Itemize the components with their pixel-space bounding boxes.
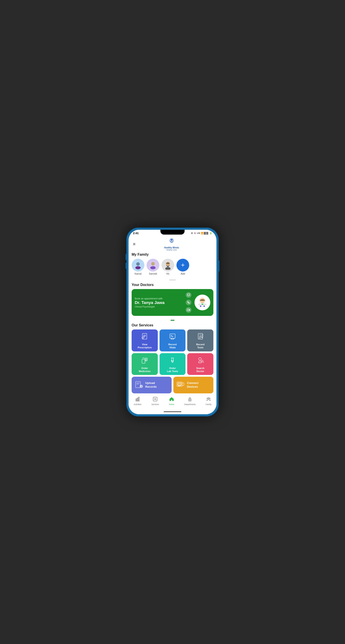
svg-point-63 <box>190 400 190 400</box>
chat-button[interactable] <box>186 292 191 298</box>
svg-point-40 <box>172 361 173 362</box>
devices-label: ConnectDevices <box>187 381 198 389</box>
logo-text-line1: Healthy Minds <box>164 246 179 249</box>
call-button[interactable] <box>186 300 191 305</box>
upload-svg <box>134 380 143 388</box>
service-record-vitals[interactable]: RecordVitals <box>160 330 186 352</box>
home-label: Home <box>169 403 174 406</box>
family-icon <box>206 397 211 402</box>
service-upload-records[interactable]: UploadRecords <box>132 377 172 394</box>
nav-family[interactable]: Family <box>206 397 212 406</box>
home-indicator <box>164 412 181 412</box>
prescription-label: ViewPrescription <box>138 343 152 349</box>
devices-svg <box>176 380 185 388</box>
card-indicator <box>132 318 213 322</box>
nav-services[interactable]: Services <box>151 397 159 406</box>
family-member-kk[interactable]: Kk <box>162 259 174 275</box>
svg-point-12 <box>167 266 169 267</box>
doctor-name: Dr. Tanya Jawa <box>135 300 183 305</box>
svg-rect-58 <box>138 397 139 401</box>
nav-departments[interactable]: Departments <box>184 397 196 406</box>
battery-icon: 🔋 <box>209 232 212 234</box>
doctor-card[interactable]: Book an appointment with Dr. Tanya Jawa … <box>132 289 213 316</box>
svg-rect-10 <box>166 265 167 266</box>
departments-icon <box>187 397 192 402</box>
svg-point-19 <box>203 306 205 307</box>
family-member-sannidi[interactable]: Sannidi <box>147 259 159 275</box>
service-order-lab-tests[interactable]: OrderLab Tests <box>160 353 186 375</box>
family-members-row: Kamal Sannidi <box>132 259 213 276</box>
vitals-label: RecordVitals <box>168 343 177 349</box>
family-nav-label: Family <box>206 403 212 406</box>
doctor-book-text: Book an appointment with <box>135 297 183 300</box>
service-order-medicines[interactable]: OrderMedicines <box>132 353 158 375</box>
svg-line-45 <box>203 362 204 363</box>
service-view-prescription[interactable]: ViewPrescription <box>132 330 158 352</box>
svg-point-4 <box>171 238 172 239</box>
svg-point-2 <box>170 239 171 240</box>
svg-rect-14 <box>187 309 189 311</box>
svg-rect-21 <box>142 334 147 339</box>
svg-point-5 <box>136 262 140 266</box>
services-title: Our Services <box>132 323 213 327</box>
settings-icon: ⚙ <box>191 232 193 234</box>
avatar-kamal <box>132 259 144 272</box>
add-icon: + <box>181 262 185 268</box>
family-member-kamal[interactable]: Kamal <box>132 259 144 275</box>
kamal-name: Kamal <box>135 272 141 275</box>
search-doctor-icon <box>196 356 204 365</box>
svg-point-7 <box>151 262 155 266</box>
nav-activities[interactable]: Activities <box>134 397 142 406</box>
svg-rect-53 <box>178 383 181 386</box>
svg-rect-46 <box>136 382 140 388</box>
family-title: My Family <box>132 252 213 256</box>
devices-icon <box>176 380 185 390</box>
doctor-info: Book an appointment with Dr. Tanya Jawa … <box>135 297 183 308</box>
family-section: My Family Kamal <box>129 252 216 281</box>
avatar-sannidi <box>147 259 159 272</box>
video-button[interactable] <box>186 307 191 313</box>
activities-label: Activities <box>134 403 142 406</box>
search-doctor-label: SearchDoctor <box>196 366 204 373</box>
svg-point-54 <box>178 386 179 386</box>
tests-label: RecordTests <box>196 343 205 349</box>
power-button <box>219 260 219 272</box>
labtests-label: OrderLab Tests <box>167 366 178 373</box>
wifi-icon: 📶 <box>201 232 203 234</box>
status-icons: ⚙ 👻 LTE 📶 ▌▌▌ 🔋 <box>191 232 212 234</box>
menu-button[interactable]: ≡ <box>132 241 136 248</box>
nav-home[interactable]: Home <box>169 397 174 406</box>
labtests-icon <box>169 356 176 365</box>
svg-point-66 <box>207 398 208 399</box>
service-connect-devices[interactable]: ConnectDevices <box>173 377 213 394</box>
volume-up-button <box>126 254 126 260</box>
svg-point-9 <box>166 262 170 266</box>
medicines-label: OrderMedicines <box>139 366 151 373</box>
bottom-nav: Activities Services Home <box>129 395 216 408</box>
logo: Healthy Minds Healthy Lives <box>164 238 179 251</box>
svg-rect-13 <box>165 267 171 270</box>
plus-icon <box>153 397 158 402</box>
svg-point-64 <box>208 398 209 399</box>
search-doctor-svg <box>196 356 204 364</box>
bar-chart-icon <box>135 397 140 402</box>
service-record-tests[interactable]: TEST RecordTests <box>187 330 213 352</box>
departments-label: Departments <box>184 403 196 406</box>
svg-rect-56 <box>136 399 137 401</box>
chat-icon <box>187 294 190 296</box>
service-search-doctor[interactable]: SearchDoctor <box>187 353 213 375</box>
svg-point-25 <box>142 337 144 339</box>
family-nav-icon <box>206 397 211 402</box>
logo-icon <box>168 238 176 245</box>
upload-icon <box>134 380 143 390</box>
home-icon <box>169 397 174 402</box>
scroll-dot <box>169 280 176 280</box>
family-scroll-indicator <box>132 277 213 281</box>
app-content[interactable]: My Family Kamal <box>129 252 216 395</box>
volume-down-button <box>126 263 126 269</box>
doctor-avatar <box>194 294 210 310</box>
family-add-button[interactable]: + Add <box>176 259 189 275</box>
upload-label: UploadRecords <box>145 381 157 389</box>
activities-icon <box>135 397 140 402</box>
lte-icon: LTE <box>197 232 200 234</box>
